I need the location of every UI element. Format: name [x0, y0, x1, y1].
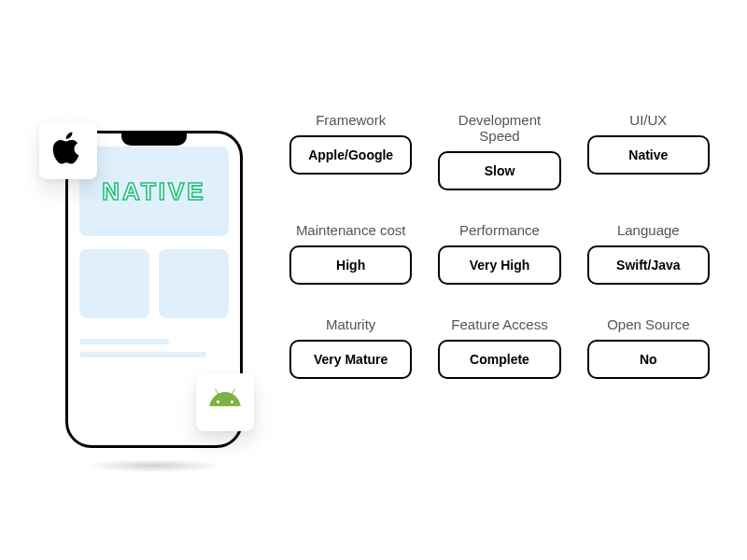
attr-label: Open Source [607, 316, 689, 332]
attr-value: Native [587, 135, 710, 175]
svg-point-0 [217, 400, 219, 403]
attr-value: Apple/Google [289, 135, 412, 175]
attr-label: Development Speed [438, 112, 560, 144]
attributes-grid: Framework Apple/Google Development Speed… [289, 112, 710, 379]
phone-hero-text: NATIVE [102, 177, 205, 206]
attr-value: Very High [438, 245, 560, 285]
attr-value: Slow [438, 151, 560, 190]
phone-text-lines [79, 339, 229, 357]
apple-badge [39, 121, 97, 179]
attr-framework: Framework Apple/Google [289, 112, 412, 190]
attr-maintenance-cost: Maintenance cost High [289, 222, 412, 285]
phone-text-line [79, 339, 169, 344]
attr-value: Very Mature [289, 340, 412, 379]
attr-value: Swift/Java [587, 245, 710, 285]
attr-feature-access: Feature Access Complete [438, 316, 560, 379]
phone-card [159, 249, 229, 318]
attr-label: Framework [316, 112, 386, 128]
phone-notch [121, 131, 187, 146]
attr-language: Language Swift/Java [587, 222, 710, 285]
phone-card [79, 249, 149, 318]
attr-value: Complete [438, 340, 560, 379]
svg-point-1 [231, 400, 233, 403]
attr-label: Language [617, 222, 680, 238]
attr-label: UI/UX [629, 112, 667, 128]
attr-label: Maturity [326, 316, 375, 332]
attr-label: Maintenance cost [296, 222, 406, 238]
android-icon [207, 388, 243, 416]
phone-text-line [79, 352, 206, 357]
phone-cards-row [79, 249, 229, 318]
attr-development-speed: Development Speed Slow [438, 112, 560, 190]
phone-hero-panel: NATIVE [79, 147, 229, 236]
attr-maturity: Maturity Very Mature [289, 316, 412, 379]
attr-open-source: Open Source No [587, 316, 710, 379]
phone-shadow [84, 459, 224, 472]
android-badge [196, 373, 254, 431]
apple-icon [52, 130, 84, 171]
attr-value: No [587, 340, 710, 379]
attr-value: High [289, 245, 412, 285]
attr-label: Performance [459, 222, 540, 238]
attr-ui-ux: UI/UX Native [587, 112, 710, 190]
attr-performance: Performance Very High [438, 222, 560, 285]
diagram-stage: NATIVE [0, 0, 747, 560]
attr-label: Feature Access [451, 316, 547, 332]
